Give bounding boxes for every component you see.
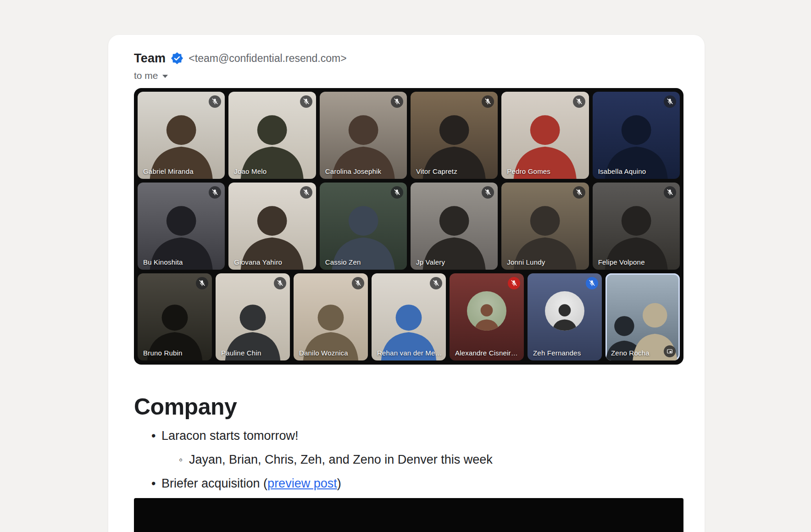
mic-off-icon xyxy=(573,186,585,199)
bullet-marker: • xyxy=(151,476,161,491)
mic-off-icon xyxy=(352,277,364,289)
participant-name: Carolina Josephik xyxy=(325,167,382,175)
participant-tile: Rehan van der Me… xyxy=(372,273,446,360)
mic-off-icon xyxy=(391,95,403,108)
embedded-image-partial[interactable] xyxy=(134,498,683,532)
mic-off-icon xyxy=(664,186,676,199)
sender-address: <team@confidential.resend.com> xyxy=(189,50,346,66)
participant-tile: Bu Kinoshita xyxy=(138,183,225,270)
recipient-row[interactable]: to me xyxy=(134,70,168,82)
participant-tile: Felipe Volpone xyxy=(593,183,680,270)
list-item: • Briefer acquisition (preview post) xyxy=(134,476,683,491)
participant-tile: Bruno Rubin xyxy=(138,273,212,360)
mic-off-icon xyxy=(274,277,286,289)
list-item: ◦ Jayan, Brian, Chris, Zeh, and Zeno in … xyxy=(134,452,683,467)
participant-tile: Zeh Fernandes xyxy=(528,273,602,360)
participant-name: Isabella Aquino xyxy=(598,167,646,175)
mic-off-icon xyxy=(391,186,403,199)
email-header: Team <team@confidential.resend.com> xyxy=(134,50,683,66)
participant-name: Jonni Lundy xyxy=(507,258,545,266)
bullet-marker: • xyxy=(151,428,161,443)
picture-in-picture-icon xyxy=(664,345,676,357)
participant-tile: Alexandre Cisneir… xyxy=(450,273,524,360)
participant-name: Zeh Fernandes xyxy=(533,349,581,357)
mic-off-icon xyxy=(300,186,312,199)
mic-off-icon xyxy=(300,95,312,108)
mic-off-icon xyxy=(196,277,208,289)
section-heading: Company xyxy=(134,393,683,421)
mic-off-icon xyxy=(573,95,585,108)
bullet-marker: ◦ xyxy=(179,452,189,467)
list-item-text-before: Briefer acquisition ( xyxy=(161,477,267,490)
participant-tile: Zeno Rocha xyxy=(605,273,680,360)
participant-name: Joao Melo xyxy=(234,167,267,175)
participant-tile: Joao Melo xyxy=(228,92,316,179)
participant-tile: Carolina Josephik xyxy=(320,92,407,179)
list-item-text: Laracon starts tomorrow! xyxy=(161,428,299,443)
participant-name: Jp Valery xyxy=(416,258,445,266)
verified-badge-icon xyxy=(171,52,183,64)
list-item-text: Briefer acquisition (preview post) xyxy=(161,476,341,491)
participant-tile: Danilo Woznica xyxy=(294,273,368,360)
video-call-image[interactable]: Gabriel Miranda Joao Melo xyxy=(134,88,683,365)
participant-name: Bruno Rubin xyxy=(143,349,183,357)
mic-off-icon xyxy=(664,95,676,108)
participant-name: Danilo Woznica xyxy=(299,349,348,357)
participant-tile: Vitor Capretz xyxy=(411,92,498,179)
list-item: • Laracon starts tomorrow! xyxy=(134,428,683,443)
meet-grid-row-1: Gabriel Miranda Joao Melo xyxy=(138,92,680,179)
avatar xyxy=(545,291,584,331)
avatar xyxy=(467,291,506,331)
list-item-text: Jayan, Brian, Chris, Zeh, and Zeno in De… xyxy=(189,452,493,467)
participant-name: Gabriel Miranda xyxy=(143,167,194,175)
participant-name: Rehan van der Me… xyxy=(377,349,442,357)
list-item-text-after: ) xyxy=(337,477,341,490)
mic-off-icon xyxy=(586,277,598,289)
bullet-list: • Laracon starts tomorrow! ◦ Jayan, Bria… xyxy=(134,428,683,491)
meet-grid-row-2: Bu Kinoshita Giovana Yahi xyxy=(138,183,680,270)
email-card: Team <team@confidential.resend.com> to m… xyxy=(108,35,705,532)
participant-tile: Pedro Gomes xyxy=(501,92,589,179)
participant-tile: Isabella Aquino xyxy=(593,92,680,179)
participant-tile: Jp Valery xyxy=(411,183,498,270)
participant-name: Felipe Volpone xyxy=(598,258,645,266)
participant-name: Pauline Chin xyxy=(221,349,261,357)
participant-tile: Cassio Zen xyxy=(320,183,407,270)
participant-tile: Pauline Chin xyxy=(216,273,290,360)
sender-name: Team xyxy=(134,50,166,66)
preview-post-link[interactable]: preview post xyxy=(267,477,337,490)
chevron-down-icon[interactable] xyxy=(162,75,168,78)
participant-name: Pedro Gomes xyxy=(507,167,550,175)
participant-name: Zeno Rocha xyxy=(611,349,650,357)
participant-name: Alexandre Cisneir… xyxy=(455,349,518,357)
mic-off-icon xyxy=(430,277,442,289)
participant-tile: Gabriel Miranda xyxy=(138,92,225,179)
participant-name: Giovana Yahiro xyxy=(234,258,282,266)
recipient-label: to me xyxy=(134,70,158,82)
participant-tile: Jonni Lundy xyxy=(501,183,589,270)
participant-tile: Giovana Yahiro xyxy=(228,183,316,270)
meet-grid-row-3: Bruno Rubin Pauline Chin xyxy=(138,273,680,360)
participant-name: Cassio Zen xyxy=(325,258,361,266)
participant-name: Bu Kinoshita xyxy=(143,258,183,266)
participant-name: Vitor Capretz xyxy=(416,167,457,175)
mic-off-icon xyxy=(508,277,520,289)
